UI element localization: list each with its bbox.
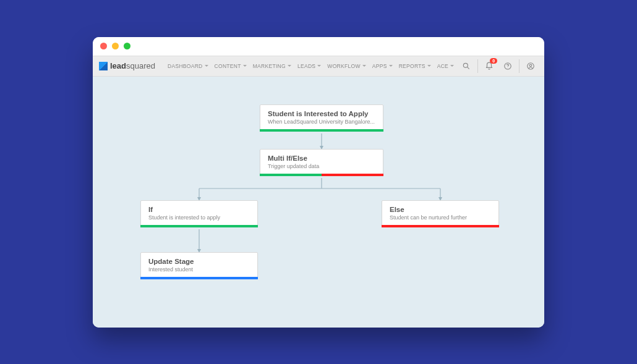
app-window: leadsquared DASHBOARD CONTENT MARKETING … <box>93 37 544 328</box>
node-title: Multi If/Else <box>268 154 375 162</box>
svg-point-5 <box>529 64 532 67</box>
nav-label: CONTENT <box>215 63 241 69</box>
nav-dashboard[interactable]: DASHBOARD <box>165 61 211 72</box>
node-title: Update Stage <box>148 258 250 265</box>
window-minimize-icon[interactable] <box>112 43 119 49</box>
help-icon[interactable] <box>500 59 515 74</box>
node-title: Student is Interested to Apply <box>268 110 375 117</box>
node-subtitle: Student can be nurtured further <box>390 214 491 221</box>
node-title: Else <box>390 206 491 213</box>
nav-label: WORKFLOW <box>327 63 360 69</box>
nav-marketing[interactable]: MARKETING <box>250 61 294 72</box>
toolbar-divider <box>477 59 478 73</box>
search-icon[interactable] <box>459 59 474 74</box>
brand-logo-text: leadsquared <box>110 61 155 70</box>
bell-icon[interactable]: 0 <box>482 59 497 74</box>
nav-ace[interactable]: ACE <box>435 61 456 72</box>
chevron-down-icon <box>389 65 393 67</box>
node-subtitle: Interested student <box>148 266 250 273</box>
node-subtitle: When LeadSquared University Bangalore... <box>268 119 375 125</box>
brand-logo[interactable]: leadsquared <box>99 61 155 70</box>
nav-label: ACE <box>437 63 448 69</box>
node-accent <box>140 225 258 227</box>
brand-a: lead <box>110 61 126 70</box>
node-subtitle: Student is interested to apply <box>148 214 250 221</box>
nav-workflow[interactable]: WORKFLOW <box>325 61 368 72</box>
chevron-down-icon <box>317 65 321 67</box>
toolbar-divider <box>519 59 519 73</box>
nav-label: REPORTS <box>399 63 425 69</box>
workflow-canvas[interactable]: Student is Interested to Apply When Lead… <box>93 77 544 328</box>
node-subtitle: Trigger updated data <box>268 163 375 169</box>
nav-label: APPS <box>372 63 387 69</box>
main-nav: DASHBOARD CONTENT MARKETING LEADS WORKFL… <box>165 61 456 72</box>
svg-point-0 <box>463 63 468 67</box>
svg-line-1 <box>468 67 469 69</box>
chevron-down-icon <box>450 65 454 67</box>
nav-content[interactable]: CONTENT <box>212 61 249 72</box>
nav-label: LEADS <box>297 63 315 69</box>
nav-apps[interactable]: APPS <box>370 61 395 72</box>
top-toolbar: leadsquared DASHBOARD CONTENT MARKETING … <box>93 56 544 77</box>
nav-leads[interactable]: LEADS <box>295 61 323 72</box>
user-avatar-icon[interactable] <box>523 59 538 74</box>
workflow-node-start[interactable]: Student is Interested to Apply When Lead… <box>260 104 383 130</box>
chevron-down-icon <box>243 65 247 67</box>
nav-label: DASHBOARD <box>168 63 203 69</box>
toolbar-actions: 0 <box>459 59 538 74</box>
node-accent <box>382 225 499 227</box>
workflow-node-if[interactable]: If Student is interested to apply <box>140 200 258 226</box>
svg-point-3 <box>508 67 508 68</box>
brand-b: squared <box>126 61 155 70</box>
window-close-icon[interactable] <box>100 43 107 49</box>
chevron-down-icon <box>362 65 366 67</box>
workflow-node-update-stage[interactable]: Update Stage Interested student <box>140 252 258 278</box>
workflow-node-branch[interactable]: Multi If/Else Trigger updated data <box>260 149 383 175</box>
node-title: If <box>148 206 250 213</box>
node-accent <box>260 129 383 132</box>
window-zoom-icon[interactable] <box>124 43 130 49</box>
node-accent <box>140 277 258 279</box>
nav-reports[interactable]: REPORTS <box>396 61 434 72</box>
notification-badge: 0 <box>490 58 497 64</box>
node-accent <box>260 174 383 176</box>
nav-label: MARKETING <box>253 63 286 69</box>
chevron-down-icon <box>288 65 291 67</box>
chevron-down-icon <box>427 65 431 67</box>
workflow-node-else[interactable]: Else Student can be nurtured further <box>382 200 499 226</box>
chevron-down-icon <box>205 65 208 67</box>
window-titlebar <box>93 37 544 56</box>
brand-logo-icon <box>99 62 108 70</box>
